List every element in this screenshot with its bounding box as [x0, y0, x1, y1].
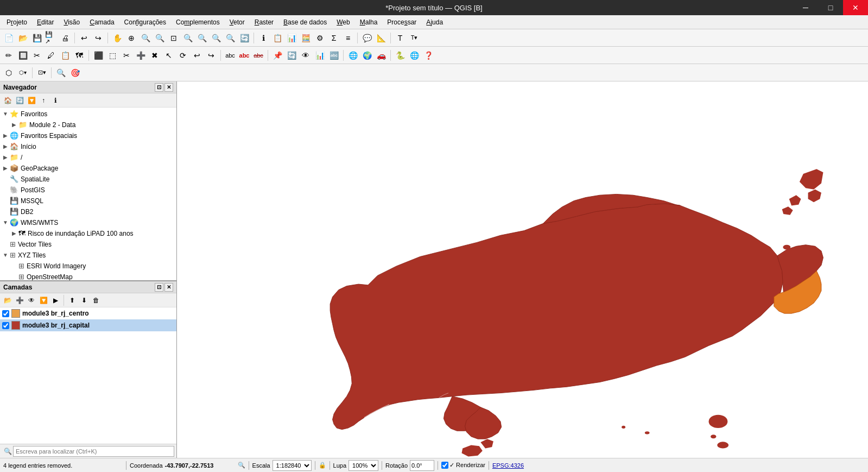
menu-projeto[interactable]: Projeto: [2, 17, 31, 27]
nav-filter-button[interactable]: 🔽: [26, 95, 37, 106]
select2-btn[interactable]: ⊡▾: [35, 66, 48, 79]
menu-configuracoes[interactable]: Configurações: [120, 17, 170, 27]
tree-item-root[interactable]: ▶ 📁 /: [0, 152, 176, 163]
dig-btn5[interactable]: 📋: [59, 49, 72, 62]
close-button[interactable]: ✕: [843, 0, 868, 15]
select-dd-btn[interactable]: ⬡▾: [16, 66, 29, 79]
zoom-out-button[interactable]: 🔍: [153, 32, 166, 45]
zoom-native-button[interactable]: 🔍: [224, 32, 237, 45]
nav-home-button[interactable]: 🏠: [2, 95, 13, 106]
menu-camada[interactable]: Camada: [85, 17, 118, 27]
navigator-float-button[interactable]: ⊡: [155, 83, 163, 92]
nav-refresh-button[interactable]: 🔄: [14, 95, 25, 106]
calc-button[interactable]: 🧮: [299, 32, 312, 45]
search-input[interactable]: [13, 446, 174, 457]
save-button[interactable]: 💾: [30, 32, 43, 45]
redo-button[interactable]: ↪: [92, 32, 105, 45]
diagram-btn[interactable]: 📊: [313, 49, 326, 62]
pan-button[interactable]: ✋: [111, 32, 124, 45]
minimize-button[interactable]: ─: [793, 0, 818, 15]
table-button[interactable]: 📋: [271, 32, 284, 45]
menu-ajuda[interactable]: Ajuda: [422, 17, 447, 27]
layers-filter-button[interactable]: 🔽: [38, 295, 49, 306]
info-button[interactable]: ℹ: [257, 32, 270, 45]
label-btn2[interactable]: abc: [238, 49, 251, 62]
rotation-input[interactable]: [410, 460, 434, 471]
epsg-label[interactable]: EPSG:4326: [492, 462, 524, 469]
plugin3-btn[interactable]: 🚗: [375, 49, 388, 62]
print-button[interactable]: 🖨: [59, 32, 72, 45]
dig-btn6[interactable]: 🗺: [73, 49, 86, 62]
plugin2-btn[interactable]: 🌍: [360, 49, 373, 62]
dig-btn10[interactable]: ➕: [134, 49, 147, 62]
layers-open-button[interactable]: 📂: [2, 295, 13, 306]
dig-btn14[interactable]: ↩: [191, 49, 204, 62]
text2-button[interactable]: T▾: [408, 32, 421, 45]
dig-btn15[interactable]: ↪: [205, 49, 218, 62]
dig-btn7[interactable]: ⬛: [92, 49, 105, 62]
sum-button[interactable]: Σ: [327, 32, 340, 45]
dig-btn8[interactable]: ⬚: [106, 49, 119, 62]
locate2-btn[interactable]: 🎯: [68, 66, 81, 79]
layers-remove-button[interactable]: 🗑: [91, 295, 102, 306]
nav-collapse-button[interactable]: ↑: [38, 95, 49, 106]
tree-item-favoritos[interactable]: ▼ ⭐ Favoritos: [0, 109, 176, 119]
nav-info-button[interactable]: ℹ: [50, 95, 61, 106]
layers-add-button[interactable]: ➕: [14, 295, 25, 306]
dig-btn12[interactable]: ↖: [162, 49, 175, 62]
menu-visao[interactable]: Visão: [59, 17, 84, 27]
tree-item-vector-tiles[interactable]: ▶ ⊞ Vector Tiles: [0, 239, 176, 250]
menu-malha[interactable]: Malha: [356, 17, 382, 27]
dig-btn13[interactable]: ⟳: [176, 49, 189, 62]
label-btn3[interactable]: abc: [252, 49, 265, 62]
zoom-select[interactable]: 100%: [349, 460, 378, 471]
menu-vetor[interactable]: Vetor: [225, 17, 249, 27]
navigator-close-button[interactable]: ✕: [164, 83, 173, 92]
dig-btn1[interactable]: ✏: [2, 49, 15, 62]
tree-item-spatialite[interactable]: ▶ 🔧 SpatiaLite: [0, 174, 176, 185]
render-checkbox[interactable]: [441, 462, 448, 469]
tooltip-button[interactable]: 💬: [360, 32, 373, 45]
tree-item-xyz-tiles[interactable]: ▼ ⊞ XYZ Tiles: [0, 250, 176, 261]
layer-checkbox-centro[interactable]: [2, 310, 9, 317]
label-text-btn[interactable]: 🔤: [327, 49, 340, 62]
tree-item-fav-esp[interactable]: ▶ 🌐 Favoritos Espaciais: [0, 130, 176, 141]
layers-exp-button[interactable]: ▶: [50, 295, 61, 306]
layers-close-button[interactable]: ✕: [164, 283, 173, 292]
menu-raster[interactable]: Raster: [250, 17, 278, 27]
menu-complementos[interactable]: Complementos: [172, 17, 224, 27]
tree-item-esri[interactable]: ▶ ⊞ ESRI World Imagery: [0, 261, 176, 272]
deselect-button[interactable]: ≡: [341, 32, 354, 45]
layers-float-button[interactable]: ⊡: [155, 283, 163, 292]
measure-button[interactable]: 📐: [375, 32, 388, 45]
zoom-in-button[interactable]: 🔍: [139, 32, 152, 45]
save-as-button[interactable]: 💾↗: [45, 32, 58, 45]
lock-icon[interactable]: 🔒: [319, 462, 326, 469]
layers-down-button[interactable]: ⬇: [79, 295, 90, 306]
pan-map-button[interactable]: ⊕: [125, 32, 138, 45]
new-button[interactable]: 📄: [2, 32, 15, 45]
dig-btn2[interactable]: 🔲: [16, 49, 29, 62]
menu-base-dados[interactable]: Base de dados: [279, 17, 331, 27]
dig-btn9[interactable]: ✂: [120, 49, 133, 62]
select-btn[interactable]: ⬡: [2, 66, 15, 79]
layer-checkbox-capital[interactable]: [2, 322, 9, 329]
map-canvas[interactable]: [177, 81, 868, 458]
layer-item-capital[interactable]: module3 br_rj_capital: [0, 319, 176, 331]
zoom-layer-button[interactable]: 🔍: [195, 32, 208, 45]
menu-processar[interactable]: Processar: [383, 17, 421, 27]
layers-show-button[interactable]: 👁: [26, 295, 37, 306]
tree-item-module2[interactable]: ▶ 📁 Module 2 - Data: [0, 119, 176, 130]
tree-item-db2[interactable]: ▶ 💾 DB2: [0, 206, 176, 217]
zoom-selected-button[interactable]: 🔍: [210, 32, 223, 45]
help-btn[interactable]: ❓: [422, 49, 435, 62]
tree-item-geopackage[interactable]: ▶ 📦 GeoPackage: [0, 163, 176, 174]
dig-btn4[interactable]: 🖊: [45, 49, 58, 62]
tree-item-risco[interactable]: ▶ 🗺 Risco de inundação LiPAD 100 anos: [0, 228, 176, 239]
tree-item-osm[interactable]: ▶ ⊞ OpenStreetMap: [0, 272, 176, 280]
locate-btn[interactable]: 🔍: [54, 66, 67, 79]
dig-btn3[interactable]: ✂: [30, 49, 43, 62]
zoom-full-button[interactable]: 🔍: [181, 32, 194, 45]
tree-item-mssql[interactable]: ▶ 💾 MSSQL: [0, 196, 176, 206]
tree-item-wms-wmts[interactable]: ▼ 🌍 WMS/WMTS: [0, 217, 176, 228]
